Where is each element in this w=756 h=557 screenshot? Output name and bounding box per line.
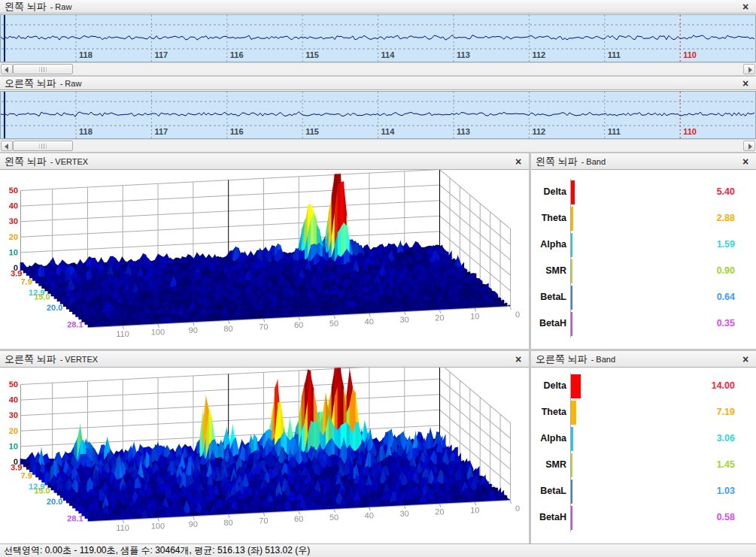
raw-right-plot[interactable]: 118117116115114113112111110 [0, 91, 756, 139]
band-value: 1.45 [659, 459, 735, 470]
band-label: Delta [531, 380, 566, 391]
band-bar [571, 427, 573, 451]
raw-waveform-right[interactable]: 118117116115114113112111110 [1, 92, 755, 138]
band-label: Delta [531, 186, 566, 197]
vertex-left-titlebar: 왼쪽 뇌파 - VERTEX × [0, 153, 529, 170]
panel-title-suffix: - VERTEX [50, 157, 89, 166]
panel-title: 왼쪽 뇌파 [5, 0, 47, 14]
scroll-thumb[interactable] [13, 64, 73, 74]
panel-title-suffix: - Raw [60, 79, 82, 88]
arrow-right-icon [748, 144, 752, 150]
svg-text:113: 113 [457, 50, 470, 59]
scroll-left-button[interactable] [1, 141, 13, 151]
close-icon[interactable]: × [739, 77, 751, 89]
scroll-left-button[interactable] [1, 64, 13, 74]
band-value: 5.40 [659, 186, 735, 197]
raw-left-plot[interactable]: 118117116115114113112111110 [0, 14, 756, 62]
band-bar [571, 453, 572, 477]
band-right-titlebar: 오른쪽 뇌파 - Band × [531, 351, 756, 368]
svg-text:111: 111 [608, 127, 621, 136]
svg-text:118: 118 [79, 50, 93, 59]
grip-icon [40, 144, 47, 149]
arrow-right-icon [748, 67, 752, 73]
svg-text:117: 117 [154, 50, 168, 59]
panel-title-suffix: - Band [591, 355, 615, 364]
svg-text:114: 114 [381, 50, 396, 59]
svg-text:115: 115 [305, 127, 319, 136]
panel-title: 왼쪽 뇌파 [5, 155, 47, 168]
band-value: 0.64 [659, 292, 735, 302]
band-bar [571, 401, 576, 425]
svg-text:117: 117 [154, 127, 168, 136]
band-value: 0.90 [659, 265, 735, 276]
vertex-3d-plot-left[interactable] [0, 170, 529, 349]
band-label: Theta [531, 407, 566, 417]
band-value: 1.03 [659, 486, 735, 496]
panel-title: 오른쪽 뇌파 [536, 353, 587, 366]
scroll-right-button[interactable] [743, 64, 755, 74]
band-value: 14.00 [659, 380, 735, 391]
vertex-right-titlebar: 오른쪽 뇌파 - VERTEX × [0, 351, 529, 368]
band-bar [571, 233, 572, 257]
band-label: Alpha [531, 239, 566, 250]
svg-text:113: 113 [457, 127, 470, 136]
band-value: 3.06 [659, 433, 735, 443]
svg-text:110: 110 [683, 50, 697, 59]
svg-text:114: 114 [381, 127, 396, 136]
svg-text:116: 116 [230, 50, 244, 59]
panel-title: 왼쪽 뇌파 [536, 155, 578, 168]
band-label: BetaL [531, 486, 566, 496]
svg-text:112: 112 [532, 127, 545, 136]
svg-text:111: 111 [608, 50, 621, 59]
raw-left-scrollbar[interactable] [0, 62, 756, 75]
band-value: 2.88 [659, 213, 735, 223]
band-left-titlebar: 왼쪽 뇌파 - Band × [531, 153, 756, 170]
raw-left-titlebar: 왼쪽 뇌파 - Raw × [0, 0, 756, 14]
band-label: BetaH [531, 512, 566, 522]
panel-band-left: 왼쪽 뇌파 - Band × Delta5.40Theta2.88Alpha1.… [531, 153, 756, 349]
raw-waveform-left[interactable]: 118117116115114113112111110 [1, 15, 755, 62]
panel-band-right: 오른쪽 뇌파 - Band × Delta14.00Theta7.19Alpha… [531, 351, 756, 543]
close-icon[interactable]: × [739, 1, 751, 12]
panel-raw-left: 왼쪽 뇌파 - Raw × 11811711611511411311211111… [0, 0, 756, 75]
band-label: Alpha [531, 433, 566, 443]
panel-title-suffix: - Band [581, 157, 606, 166]
panel-title-suffix: - VERTEX [60, 355, 99, 364]
status-text: 선택영역: 0.00초 - 119.00초, 샘플 수: 30464개, 평균:… [4, 545, 310, 555]
arrow-left-icon [5, 144, 8, 150]
raw-right-scrollbar[interactable] [0, 139, 756, 152]
band-label: Theta [531, 213, 566, 223]
close-icon[interactable]: × [739, 156, 751, 167]
svg-text:115: 115 [305, 50, 319, 59]
band-value: 0.58 [659, 512, 735, 522]
panel-title: 오른쪽 뇌파 [5, 353, 56, 366]
svg-text:110: 110 [683, 127, 697, 136]
band-bar [571, 180, 575, 204]
svg-text:116: 116 [230, 127, 244, 136]
band-label: BetaL [531, 292, 566, 302]
band-bar [571, 286, 572, 310]
close-icon[interactable]: × [512, 353, 524, 365]
arrow-left-icon [5, 67, 8, 73]
band-bar [571, 506, 572, 530]
band-bar [571, 374, 581, 398]
close-icon[interactable]: × [512, 156, 524, 167]
vertex-3d-plot-right[interactable] [0, 368, 529, 543]
band-label: SMR [531, 265, 566, 276]
band-label: BetaH [531, 318, 566, 328]
band-chart-right: Delta14.00Theta7.19Alpha3.06SMR1.45BetaL… [531, 368, 756, 543]
scroll-thumb[interactable] [13, 141, 73, 151]
svg-text:118: 118 [79, 127, 93, 136]
scroll-right-button[interactable] [743, 141, 755, 151]
panel-vertex-left: 왼쪽 뇌파 - VERTEX × [0, 153, 529, 349]
panel-title-suffix: - Raw [50, 2, 72, 11]
close-icon[interactable]: × [739, 353, 751, 365]
panel-vertex-right: 오른쪽 뇌파 - VERTEX × [0, 351, 529, 543]
band-bar [571, 312, 572, 336]
band-value: 1.59 [659, 239, 735, 250]
panel-title: 오른쪽 뇌파 [5, 77, 56, 90]
band-value: 0.35 [659, 318, 735, 328]
status-bar: 선택영역: 0.00초 - 119.00초, 샘플 수: 30464개, 평균:… [0, 543, 756, 557]
band-label: SMR [531, 459, 566, 470]
band-bar [571, 207, 573, 231]
